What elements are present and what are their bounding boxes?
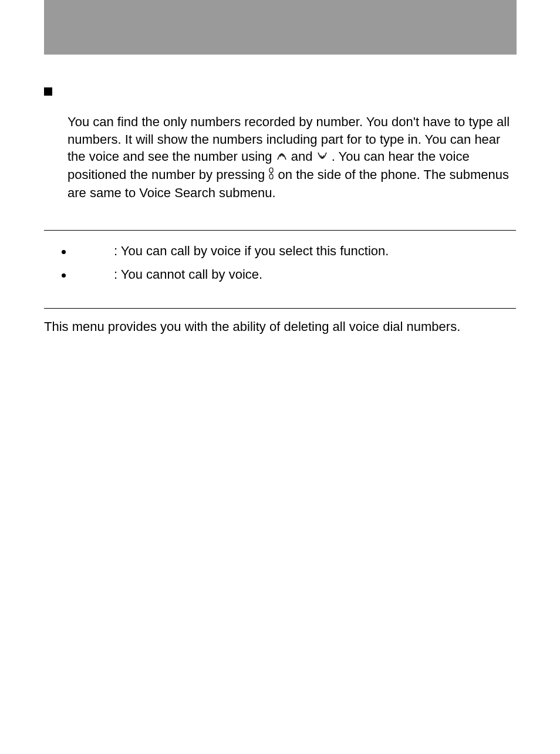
list-item: : You cannot call by voice.	[62, 267, 516, 282]
footer-paragraph: This menu provides you with the ability …	[44, 319, 516, 334]
side-button-icon	[268, 167, 274, 185]
para-text-2: and	[291, 149, 316, 164]
bullet-icon	[62, 273, 66, 278]
option-text: : You cannot call by voice.	[114, 267, 262, 282]
page-content: You can find the only numbers recorded b…	[0, 55, 560, 334]
option-text: : You can call by voice if you select th…	[114, 244, 389, 259]
square-bullet-icon	[44, 87, 52, 96]
bullet-icon	[62, 250, 66, 254]
svg-rect-0	[269, 168, 273, 173]
option-list: : You can call by voice if you select th…	[44, 244, 516, 282]
list-item: : You can call by voice if you select th…	[62, 244, 516, 259]
divider-1	[44, 230, 516, 231]
up-arrow-icon	[276, 149, 288, 167]
down-arrow-icon	[316, 149, 328, 167]
header-bar	[44, 0, 517, 55]
main-paragraph: You can find the only numbers recorded b…	[68, 113, 516, 202]
divider-2	[44, 308, 516, 309]
section-bullet-row	[44, 84, 516, 96]
svg-rect-1	[269, 174, 273, 179]
